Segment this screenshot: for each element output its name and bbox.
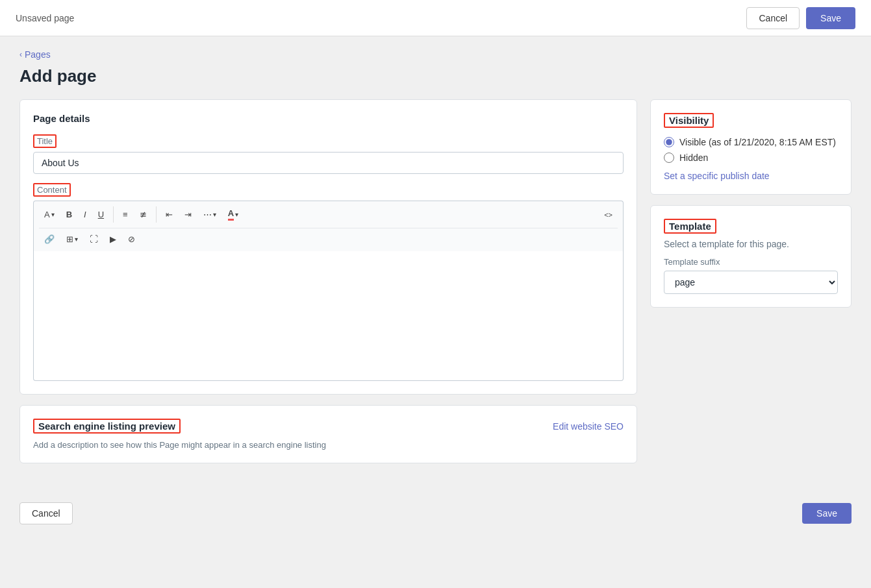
unordered-list-icon: ≡ [123, 210, 128, 219]
main-content: ‹ Pages Add page Page details Title Cont… [0, 36, 871, 489]
title-field-group: Title [33, 134, 624, 183]
content-editor[interactable] [33, 251, 624, 381]
toolbar-sep-2 [156, 206, 157, 223]
header-cancel-button[interactable]: Cancel [746, 7, 800, 29]
table-dropdown-icon: ▾ [75, 236, 78, 243]
editor-toolbar: A ▾ B I U ≡ [33, 201, 624, 251]
image-icon: ⛶ [90, 234, 98, 244]
visibility-card: Visibility Visible (as of 1/21/2020, 8:1… [650, 99, 852, 195]
template-header: Template [664, 219, 716, 234]
visibility-radio-group: Visible (as of 1/21/2020, 8:15 AM EST) H… [664, 137, 838, 163]
color-dropdown-icon: ▾ [235, 211, 238, 218]
breadcrumb[interactable]: ‹ Pages [19, 49, 852, 60]
visibility-hidden-option[interactable]: Hidden [664, 153, 838, 163]
toolbar-align-right-button[interactable]: ⇥ [179, 205, 197, 224]
page-title: Add page [19, 66, 852, 86]
edit-seo-link[interactable]: Edit website SEO [553, 421, 624, 432]
visibility-hidden-radio[interactable] [664, 153, 674, 163]
underline-icon: U [98, 210, 104, 219]
table-icon: ⊞ [66, 234, 73, 244]
header-save-button[interactable]: Save [806, 7, 855, 29]
chevron-left-icon: ‹ [19, 50, 22, 59]
toolbar-bold-button[interactable]: B [61, 205, 77, 224]
right-column: Visibility Visible (as of 1/21/2020, 8:1… [650, 99, 852, 308]
template-description: Select a template for this page. [664, 239, 838, 249]
toolbar-row2: 🔗 ⊞ ▾ ⛶ ▶ [39, 228, 618, 247]
toolbar-font-button[interactable]: A ▾ [39, 205, 60, 224]
align-dropdown-icon: ▾ [213, 211, 216, 218]
title-label: Title [33, 134, 57, 148]
title-input[interactable] [33, 152, 624, 174]
seo-card: Search engine listing preview Edit websi… [19, 405, 637, 463]
align-right-icon: ⇥ [184, 210, 192, 219]
video-icon: ▶ [110, 234, 116, 244]
bottom-actions: Cancel Save [0, 489, 871, 537]
toolbar-video-button[interactable]: ▶ [105, 231, 121, 247]
toolbar-italic-button[interactable]: I [79, 205, 92, 224]
ordered-list-icon: ≢ [140, 210, 147, 219]
toolbar-link-button[interactable]: 🔗 [39, 231, 60, 247]
breadcrumb-label: Pages [25, 49, 51, 60]
italic-icon: I [84, 210, 86, 219]
header-actions: Cancel Save [746, 7, 855, 29]
toolbar-align-left-button[interactable]: ⇤ [160, 205, 178, 224]
seo-card-header: Search engine listing preview Edit websi… [33, 419, 624, 434]
visibility-visible-option[interactable]: Visible (as of 1/21/2020, 8:15 AM EST) [664, 137, 838, 147]
toolbar-block-button[interactable]: ⊘ [123, 231, 140, 247]
seo-header-label: Search engine listing preview [33, 419, 181, 434]
toolbar-color-dropdown-button[interactable]: A ▾ [223, 205, 244, 224]
font-icon: A [44, 210, 50, 219]
toolbar-html-button[interactable]: <> [599, 205, 618, 224]
bold-icon: B [66, 210, 72, 219]
visibility-header: Visibility [664, 113, 714, 128]
toolbar-sep-1 [113, 206, 114, 223]
publish-date-link[interactable]: Set a specific publish date [664, 171, 770, 181]
link-icon: 🔗 [44, 234, 55, 244]
toolbar-ol-button[interactable]: ≢ [134, 205, 152, 224]
content-layout: Page details Title Content A ▾ [19, 99, 852, 463]
font-dropdown-icon: ▾ [51, 211, 55, 218]
seo-description: Add a description to see how this Page m… [33, 440, 624, 450]
toolbar-table-button[interactable]: ⊞ ▾ [61, 231, 83, 247]
page-details-header: Page details [33, 113, 624, 124]
content-field-group: Content A ▾ B I [33, 183, 624, 381]
toolbar-image-button[interactable]: ⛶ [84, 231, 103, 247]
left-column: Page details Title Content A ▾ [19, 99, 637, 463]
visibility-visible-label: Visible (as of 1/21/2020, 8:15 AM EST) [679, 137, 836, 147]
footer-save-button[interactable]: Save [802, 503, 852, 524]
template-card: Template Select a template for this page… [650, 205, 852, 308]
toolbar-spacer [245, 205, 598, 224]
align-icon: ⋯ [203, 210, 212, 219]
top-header: Unsaved page Cancel Save [0, 0, 871, 36]
template-suffix-select[interactable]: page [664, 271, 838, 294]
html-icon: <> [604, 211, 612, 219]
text-color-icon: A [228, 208, 234, 221]
visibility-hidden-label: Hidden [679, 153, 708, 163]
block-icon: ⊘ [128, 234, 135, 244]
page-details-card: Page details Title Content A ▾ [19, 99, 637, 395]
content-label: Content [33, 183, 71, 197]
toolbar-align-dropdown-button[interactable]: ⋯ ▾ [198, 205, 221, 224]
footer-cancel-button[interactable]: Cancel [19, 502, 73, 524]
visibility-visible-radio[interactable] [664, 137, 674, 147]
header-title: Unsaved page [16, 13, 74, 23]
toolbar-underline-button[interactable]: U [93, 205, 109, 224]
align-left-icon: ⇤ [166, 210, 173, 219]
toolbar-ul-button[interactable]: ≡ [118, 205, 133, 224]
template-suffix-label: Template suffix [664, 257, 838, 267]
